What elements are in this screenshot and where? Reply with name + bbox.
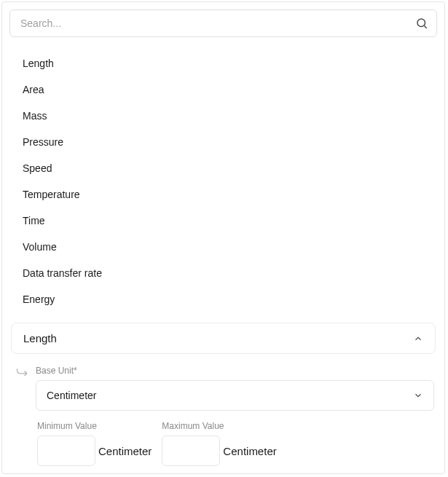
category-item-speed[interactable]: Speed (23, 155, 424, 181)
max-value-inner: Centimeter (162, 435, 276, 466)
base-unit-block: Base Unit* Centimeter (36, 366, 434, 411)
max-value-input[interactable] (162, 435, 220, 466)
chevron-up-icon (413, 334, 423, 344)
indent-arrow-icon (15, 367, 30, 379)
min-value-inner: Centimeter (37, 435, 152, 466)
category-item-data-transfer-rate[interactable]: Data transfer rate (23, 260, 424, 286)
category-item-area[interactable]: Area (23, 76, 424, 103)
main-container: Length Area Mass Pressure Speed Temperat… (1, 1, 445, 474)
category-item-temperature[interactable]: Temperature (23, 181, 424, 208)
base-unit-select[interactable]: Centimeter (36, 380, 434, 411)
category-item-pressure[interactable]: Pressure (23, 129, 424, 155)
base-unit-row: Base Unit* Centimeter (15, 366, 434, 411)
category-item-energy[interactable]: Energy (23, 286, 424, 312)
form-area: Base Unit* Centimeter Minimum Value Cent… (9, 366, 437, 466)
search-input[interactable] (9, 9, 437, 37)
min-value-input[interactable] (37, 435, 95, 466)
base-unit-label: Base Unit* (36, 366, 434, 376)
category-item-time[interactable]: Time (23, 208, 424, 234)
category-item-volume[interactable]: Volume (23, 234, 424, 260)
chevron-down-icon (413, 390, 423, 401)
min-unit-suffix: Centimeter (98, 445, 152, 457)
category-item-mass[interactable]: Mass (23, 103, 424, 129)
max-unit-suffix: Centimeter (223, 445, 276, 457)
min-value-label: Minimum Value (37, 421, 152, 431)
category-list: Length Area Mass Pressure Speed Temperat… (9, 46, 437, 323)
section-title: Length (23, 332, 57, 344)
section-header-length[interactable]: Length (11, 323, 436, 354)
base-unit-value: Centimeter (47, 390, 96, 401)
search-wrap (9, 9, 437, 37)
minmax-row: Minimum Value Centimeter Maximum Value C… (15, 421, 434, 466)
max-value-col: Maximum Value Centimeter (162, 421, 276, 466)
category-item-length[interactable]: Length (23, 50, 424, 76)
max-value-label: Maximum Value (162, 421, 276, 431)
min-value-col: Minimum Value Centimeter (37, 421, 152, 466)
